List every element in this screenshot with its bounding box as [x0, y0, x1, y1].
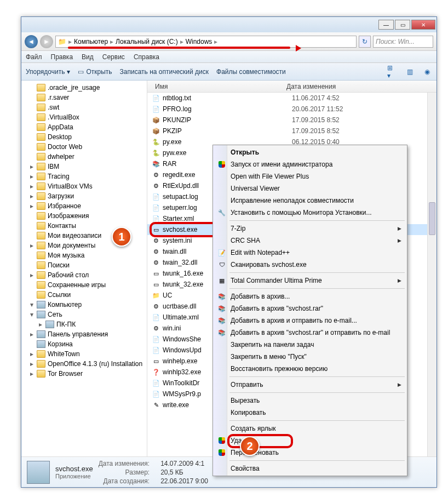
folder-icon: [37, 281, 45, 289]
folder-icon: [37, 291, 45, 299]
breadcrumb[interactable]: Компьютер: [74, 38, 108, 45]
context-menu-item[interactable]: Открыть: [214, 146, 406, 158]
menu-label: Закрепить на панели задач: [231, 341, 314, 349]
open-button[interactable]: ▭ Открыть: [78, 68, 112, 76]
context-menu-item[interactable]: Закрепить в меню "Пуск": [214, 351, 406, 363]
context-menu-item[interactable]: Open with File Viewer Plus: [214, 170, 406, 182]
folder-tree[interactable]: .oracle_jre_usage.r.saver.swt.VirtualBox…: [21, 81, 147, 456]
context-menu-item[interactable]: Свойства: [214, 462, 406, 475]
scrollbar[interactable]: [427, 93, 436, 456]
address-bar[interactable]: 📁 ▸ Компьютер▸ Локальный диск (C:)▸ Wind…: [55, 36, 357, 48]
context-menu-item[interactable]: 🛡Сканировать svchost.exe: [214, 259, 406, 271]
context-menu-item[interactable]: 📚Добавить в архив "svchost.rar" и отправ…: [214, 327, 406, 339]
context-menu-item[interactable]: Копировать: [214, 407, 406, 419]
tree-item[interactable]: .swt: [21, 102, 147, 112]
tree-item[interactable]: ▸Панель управления: [21, 329, 147, 339]
context-menu-item[interactable]: ▦Total Commander Ultima Prime▶: [214, 275, 406, 287]
tree-item[interactable]: ▸WhiteTown: [21, 349, 147, 359]
context-menu-item[interactable]: CRC SHA▶: [214, 235, 406, 247]
tree-item[interactable]: Desktop: [21, 132, 147, 142]
organize-button[interactable]: Упорядочить ▾: [26, 68, 70, 76]
minimize-button[interactable]: —: [378, 20, 394, 30]
tree-label: Моя музыка: [48, 252, 84, 259]
menu-label: Сканировать svchost.exe: [231, 261, 307, 269]
menu-help[interactable]: Справка: [134, 53, 159, 61]
context-menu[interactable]: ОткрытьЗапуск от имени администратораOpe…: [212, 145, 407, 476]
tree-item[interactable]: Поиски: [21, 260, 147, 270]
back-button[interactable]: ◄: [25, 35, 38, 48]
tree-item[interactable]: .oracle_jre_usage: [21, 83, 147, 93]
context-menu-item[interactable]: Вырезать: [214, 395, 406, 407]
tree-item[interactable]: AppData: [21, 122, 147, 132]
context-menu-item[interactable]: 🔧Установить с помощью Монитора Установки…: [214, 207, 406, 219]
context-menu-item[interactable]: Отправить▶: [214, 379, 406, 391]
file-row[interactable]: 📦PKUNZIP17.09.2015 8:52: [147, 115, 436, 125]
context-menu-item[interactable]: Закрепить на панели задач: [214, 339, 406, 351]
help-icon[interactable]: ◉: [422, 67, 432, 77]
file-row[interactable]: 📄ntbtlog.txt11.06.2017 4:52: [147, 93, 436, 104]
tree-item[interactable]: Сохраненные игры: [21, 280, 147, 290]
tree-item[interactable]: .VirtualBox: [21, 112, 147, 122]
tree-label: Doctor Web: [48, 143, 82, 151]
tree-item[interactable]: Ссылки: [21, 290, 147, 300]
menu-edit[interactable]: Правка: [51, 53, 73, 61]
tree-item[interactable]: ▸Рабочий стол: [21, 270, 147, 280]
forward-button[interactable]: ►: [40, 35, 53, 48]
tree-label: .oracle_jre_usage: [48, 84, 100, 92]
context-menu-item[interactable]: 📚Добавить в архив "svchost.rar": [214, 302, 406, 315]
selected-file-name: svchost.exe: [55, 465, 93, 473]
refresh-button[interactable]: ↻: [359, 36, 371, 48]
context-menu-item[interactable]: 📝Edit with Notepad++: [214, 247, 406, 259]
preview-pane-icon[interactable]: ▥: [405, 67, 415, 77]
menu-label: Edit with Notepad++: [231, 249, 290, 256]
menu-view[interactable]: Вид: [82, 53, 94, 61]
context-menu-item[interactable]: Запуск от имени администратора: [214, 158, 406, 170]
tree-item[interactable]: dwhelper: [21, 152, 147, 162]
maximize-button[interactable]: ▭: [395, 20, 410, 30]
tree-label: ПК-ПК: [56, 321, 76, 328]
file-icon: 📄: [152, 94, 160, 102]
tree-item[interactable]: Корзина: [21, 339, 147, 349]
scrollbar-thumb[interactable]: [429, 202, 435, 235]
folder-icon: [37, 182, 45, 190]
tree-item[interactable]: ▸OpenOffice 4.1.3 (ru) Installation: [21, 359, 147, 369]
tree-item[interactable]: ▸Избранное: [21, 201, 147, 211]
file-row[interactable]: 📄PFRO.log20.06.2017 11:52: [147, 104, 436, 115]
tree-item[interactable]: ▾Сеть: [21, 310, 147, 319]
tree-item[interactable]: Doctor Web: [21, 142, 147, 152]
compat-button[interactable]: Файлы совместимости: [216, 68, 286, 76]
breadcrumb[interactable]: Windows: [186, 38, 212, 45]
file-row[interactable]: 📦PKZIP17.09.2015 8:52: [147, 125, 436, 136]
search-input[interactable]: Поиск: Win...: [373, 36, 433, 48]
context-menu-item[interactable]: Восстановить прежнюю версию: [214, 363, 406, 375]
context-menu-item[interactable]: Исправление неполадок совместимости: [214, 195, 406, 207]
tree-item[interactable]: .r.saver: [21, 93, 147, 102]
menu-label: Total Commander Ultima Prime: [231, 277, 322, 284]
tree-item[interactable]: ▸Tor Browser: [21, 369, 147, 379]
context-menu-item[interactable]: Создать ярлык: [214, 422, 406, 435]
view-options-icon[interactable]: ⊞ ▾: [387, 67, 397, 77]
close-button[interactable]: ✕: [411, 20, 435, 30]
tree-item[interactable]: ▸ПК-ПК: [21, 319, 147, 329]
tree-item[interactable]: ▸Загрузки: [21, 191, 147, 201]
column-header[interactable]: Имя Дата изменения: [147, 81, 436, 93]
tree-item[interactable]: Изображения: [21, 211, 147, 221]
tree-item[interactable]: ▸Tracing: [21, 172, 147, 181]
menu-tools[interactable]: Сервис: [102, 53, 125, 61]
context-menu-item[interactable]: Universal Viewer: [214, 182, 406, 195]
callout-underline: [68, 47, 290, 49]
tree-item[interactable]: Моя музыка: [21, 250, 147, 260]
tree-item[interactable]: ▸VirtualBox VMs: [21, 181, 147, 191]
tree-item[interactable]: ▾Компьютер: [21, 300, 147, 310]
context-menu-item[interactable]: 7-Zip▶: [214, 222, 406, 235]
menu-file[interactable]: Файл: [26, 53, 42, 61]
tree-label: .swt: [48, 104, 59, 111]
burn-button[interactable]: Записать на оптический диск: [120, 68, 209, 76]
context-menu-item[interactable]: 📚Добавить в архив и отправить по e-mail.…: [214, 315, 406, 327]
tree-item[interactable]: ▸IBM: [21, 162, 147, 172]
breadcrumb[interactable]: Локальный диск (C:): [116, 38, 178, 45]
col-name[interactable]: Имя: [152, 83, 283, 90]
context-menu-item[interactable]: 📚Добавить в архив...: [214, 290, 406, 302]
col-date[interactable]: Дата изменения: [283, 83, 365, 90]
menu-label: Открыть: [231, 148, 259, 156]
